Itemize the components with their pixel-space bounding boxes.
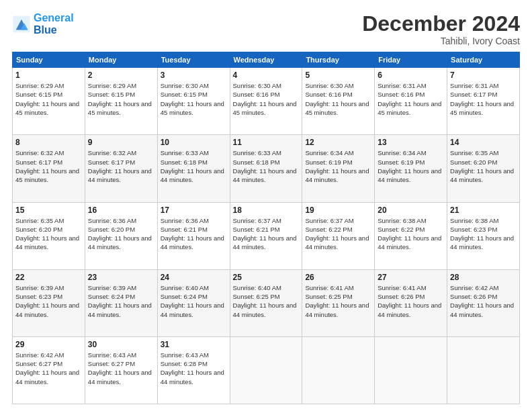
day-info: Sunrise: 6:31 AMSunset: 6:16 PMDaylight:… [378, 81, 444, 117]
logo-text: General Blue [34, 12, 74, 36]
calendar-cell: 30Sunrise: 6:43 AMSunset: 6:27 PMDayligh… [85, 336, 157, 404]
weekday-header-tuesday: Tuesday [157, 52, 230, 68]
day-info: Sunrise: 6:38 AMSunset: 6:22 PMDaylight:… [378, 216, 444, 252]
calendar-cell [447, 336, 520, 404]
day-number: 31 [161, 340, 227, 349]
calendar-cell [230, 336, 302, 404]
weekday-header-row: SundayMondayTuesdayWednesdayThursdayFrid… [13, 52, 520, 68]
weekday-header-friday: Friday [375, 52, 447, 68]
calendar-cell: 23Sunrise: 6:39 AMSunset: 6:24 PMDayligh… [85, 269, 157, 336]
day-info: Sunrise: 6:40 AMSunset: 6:24 PMDaylight:… [161, 283, 227, 319]
day-number: 13 [378, 138, 444, 147]
calendar-cell: 21Sunrise: 6:38 AMSunset: 6:23 PMDayligh… [447, 202, 520, 269]
calendar-cell: 4Sunrise: 6:30 AMSunset: 6:16 PMDaylight… [230, 68, 302, 135]
day-info: Sunrise: 6:33 AMSunset: 6:18 PMDaylight:… [161, 148, 227, 184]
calendar-cell: 18Sunrise: 6:37 AMSunset: 6:21 PMDayligh… [230, 202, 302, 269]
day-number: 17 [161, 205, 227, 215]
calendar-cell: 5Sunrise: 6:30 AMSunset: 6:16 PMDaylight… [302, 68, 375, 135]
day-info: Sunrise: 6:29 AMSunset: 6:15 PMDaylight:… [15, 81, 82, 117]
calendar-cell: 3Sunrise: 6:30 AMSunset: 6:15 PMDaylight… [157, 68, 230, 135]
calendar-table: SundayMondayTuesdayWednesdayThursdayFrid… [12, 52, 520, 404]
day-number: 12 [305, 138, 371, 147]
day-info: Sunrise: 6:37 AMSunset: 6:22 PMDaylight:… [305, 216, 371, 252]
day-number: 1 [15, 71, 82, 80]
day-info: Sunrise: 6:29 AMSunset: 6:15 PMDaylight:… [88, 81, 154, 117]
weekday-header-sunday: Sunday [13, 52, 85, 68]
weekday-header-wednesday: Wednesday [230, 52, 302, 68]
day-number: 6 [378, 71, 444, 80]
calendar-week-2: 8Sunrise: 6:32 AMSunset: 6:17 PMDaylight… [13, 135, 520, 202]
day-info: Sunrise: 6:43 AMSunset: 6:27 PMDaylight:… [88, 351, 154, 386]
calendar-week-1: 1Sunrise: 6:29 AMSunset: 6:15 PMDaylight… [13, 68, 520, 135]
day-info: Sunrise: 6:35 AMSunset: 6:20 PMDaylight:… [15, 216, 82, 252]
calendar-cell: 11Sunrise: 6:33 AMSunset: 6:18 PMDayligh… [230, 135, 302, 202]
title-block: December 2024 Tahibli, Ivory Coast [362, 12, 520, 46]
day-number: 5 [305, 71, 371, 80]
day-info: Sunrise: 6:41 AMSunset: 6:25 PMDaylight:… [305, 283, 371, 319]
day-number: 26 [305, 273, 371, 282]
day-info: Sunrise: 6:38 AMSunset: 6:23 PMDaylight:… [450, 216, 517, 252]
calendar-cell: 22Sunrise: 6:39 AMSunset: 6:23 PMDayligh… [13, 269, 85, 336]
calendar-cell: 1Sunrise: 6:29 AMSunset: 6:15 PMDaylight… [13, 68, 85, 135]
day-info: Sunrise: 6:35 AMSunset: 6:20 PMDaylight:… [450, 148, 517, 184]
calendar-cell: 24Sunrise: 6:40 AMSunset: 6:24 PMDayligh… [157, 269, 230, 336]
day-info: Sunrise: 6:36 AMSunset: 6:21 PMDaylight:… [161, 216, 227, 252]
calendar-cell: 2Sunrise: 6:29 AMSunset: 6:15 PMDaylight… [85, 68, 157, 135]
day-number: 4 [233, 71, 300, 80]
day-number: 20 [378, 205, 444, 215]
day-number: 21 [450, 205, 517, 215]
calendar-cell: 28Sunrise: 6:42 AMSunset: 6:26 PMDayligh… [447, 269, 520, 336]
weekday-header-thursday: Thursday [302, 52, 375, 68]
day-info: Sunrise: 6:39 AMSunset: 6:24 PMDaylight:… [88, 283, 154, 319]
calendar-cell: 14Sunrise: 6:35 AMSunset: 6:20 PMDayligh… [447, 135, 520, 202]
calendar-cell: 20Sunrise: 6:38 AMSunset: 6:22 PMDayligh… [375, 202, 447, 269]
day-number: 9 [88, 138, 154, 147]
calendar-cell: 13Sunrise: 6:34 AMSunset: 6:19 PMDayligh… [375, 135, 447, 202]
calendar-week-5: 29Sunrise: 6:42 AMSunset: 6:27 PMDayligh… [13, 336, 520, 404]
weekday-header-saturday: Saturday [447, 52, 520, 68]
calendar-cell: 6Sunrise: 6:31 AMSunset: 6:16 PMDaylight… [375, 68, 447, 135]
page: General Blue December 2024 Tahibli, Ivor… [0, 0, 532, 411]
calendar-cell: 26Sunrise: 6:41 AMSunset: 6:25 PMDayligh… [302, 269, 375, 336]
day-info: Sunrise: 6:34 AMSunset: 6:19 PMDaylight:… [378, 148, 444, 184]
day-number: 3 [161, 71, 227, 80]
day-number: 18 [233, 205, 300, 215]
day-info: Sunrise: 6:32 AMSunset: 6:17 PMDaylight:… [88, 148, 154, 184]
day-info: Sunrise: 6:30 AMSunset: 6:16 PMDaylight:… [233, 81, 300, 117]
day-info: Sunrise: 6:33 AMSunset: 6:18 PMDaylight:… [233, 148, 300, 184]
day-number: 2 [88, 71, 154, 80]
calendar-cell [302, 336, 375, 404]
calendar-cell: 15Sunrise: 6:35 AMSunset: 6:20 PMDayligh… [13, 202, 85, 269]
day-info: Sunrise: 6:39 AMSunset: 6:23 PMDaylight:… [15, 283, 82, 319]
day-number: 23 [88, 273, 154, 282]
calendar-cell: 31Sunrise: 6:43 AMSunset: 6:28 PMDayligh… [157, 336, 230, 404]
calendar-week-4: 22Sunrise: 6:39 AMSunset: 6:23 PMDayligh… [13, 269, 520, 336]
day-info: Sunrise: 6:43 AMSunset: 6:28 PMDaylight:… [161, 351, 227, 386]
calendar-cell: 7Sunrise: 6:31 AMSunset: 6:17 PMDaylight… [447, 68, 520, 135]
day-info: Sunrise: 6:30 AMSunset: 6:16 PMDaylight:… [305, 81, 371, 117]
day-number: 16 [88, 205, 154, 215]
calendar-cell: 8Sunrise: 6:32 AMSunset: 6:17 PMDaylight… [13, 135, 85, 202]
month-title: December 2024 [362, 12, 520, 36]
day-info: Sunrise: 6:36 AMSunset: 6:20 PMDaylight:… [88, 216, 154, 252]
day-info: Sunrise: 6:31 AMSunset: 6:17 PMDaylight:… [450, 81, 517, 117]
calendar-cell: 19Sunrise: 6:37 AMSunset: 6:22 PMDayligh… [302, 202, 375, 269]
day-number: 29 [15, 340, 82, 349]
calendar-cell [375, 336, 447, 404]
day-number: 28 [450, 273, 517, 282]
day-info: Sunrise: 6:37 AMSunset: 6:21 PMDaylight:… [233, 216, 300, 252]
day-info: Sunrise: 6:34 AMSunset: 6:19 PMDaylight:… [305, 148, 371, 184]
day-info: Sunrise: 6:41 AMSunset: 6:26 PMDaylight:… [378, 283, 444, 319]
calendar-cell: 29Sunrise: 6:42 AMSunset: 6:27 PMDayligh… [13, 336, 85, 404]
calendar-cell: 9Sunrise: 6:32 AMSunset: 6:17 PMDaylight… [85, 135, 157, 202]
day-number: 8 [15, 138, 82, 147]
day-number: 30 [88, 340, 154, 349]
weekday-header-monday: Monday [85, 52, 157, 68]
day-number: 14 [450, 138, 517, 147]
day-number: 24 [161, 273, 227, 282]
day-number: 11 [233, 138, 300, 147]
day-number: 22 [15, 273, 82, 282]
day-info: Sunrise: 6:42 AMSunset: 6:26 PMDaylight:… [450, 283, 517, 319]
calendar-cell: 27Sunrise: 6:41 AMSunset: 6:26 PMDayligh… [375, 269, 447, 336]
day-number: 10 [161, 138, 227, 147]
